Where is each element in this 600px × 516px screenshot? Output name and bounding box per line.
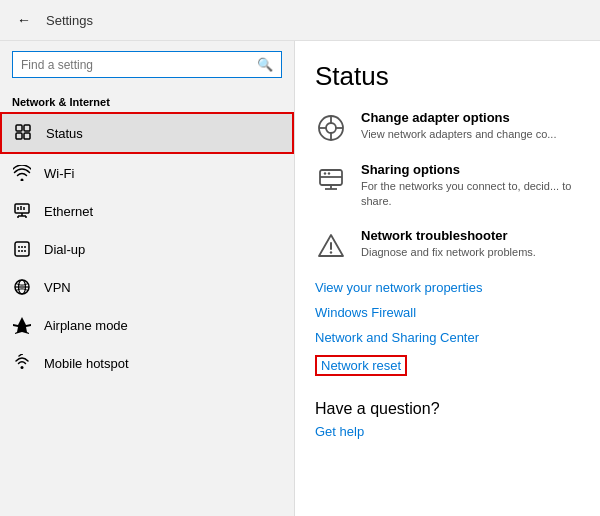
network-reset-link[interactable]: Network reset: [315, 355, 407, 376]
sidebar-item-ethernet[interactable]: Ethernet: [0, 192, 294, 230]
svg-point-18: [24, 250, 26, 252]
sidebar-item-vpn[interactable]: VPN: [0, 268, 294, 306]
svg-point-14: [21, 246, 23, 248]
sidebar-item-hotspot-label: Mobile hotspot: [44, 356, 129, 371]
troubleshooter-icon: [315, 230, 347, 262]
hotspot-icon: [12, 353, 32, 373]
svg-rect-2: [16, 133, 22, 139]
svg-rect-4: [15, 204, 29, 213]
troubleshooter-item: Network troubleshooter Diagnose and fix …: [315, 228, 580, 262]
ethernet-icon: [12, 201, 32, 221]
adapter-text: Change adapter options View network adap…: [361, 110, 556, 142]
search-box[interactable]: 🔍: [12, 51, 282, 78]
adapter-icon: [315, 112, 347, 144]
svg-point-13: [18, 246, 20, 248]
sharing-options-item: Sharing options For the networks you con…: [315, 162, 580, 210]
troubleshooter-text: Network troubleshooter Diagnose and fix …: [361, 228, 536, 260]
status-icon: [14, 123, 34, 143]
sidebar-item-airplane[interactable]: Airplane mode: [0, 306, 294, 344]
svg-point-35: [328, 172, 330, 174]
sidebar-item-airplane-label: Airplane mode: [44, 318, 128, 333]
search-input[interactable]: [21, 58, 251, 72]
sharing-text: Sharing options For the networks you con…: [361, 162, 580, 210]
sharing-title: Sharing options: [361, 162, 580, 177]
windows-firewall-link[interactable]: Windows Firewall: [315, 305, 580, 320]
dialup-icon: [12, 239, 32, 259]
have-question-title: Have a question?: [315, 400, 580, 418]
content-panel: Status Change adapter options View netwo…: [295, 41, 600, 516]
title-bar: ← Settings: [0, 0, 600, 41]
section-label: Network & Internet: [0, 88, 294, 112]
airplane-icon: [12, 315, 32, 335]
back-button[interactable]: ←: [12, 8, 36, 32]
adapter-desc: View network adapters and change co...: [361, 127, 556, 142]
get-help-link[interactable]: Get help: [315, 424, 580, 439]
troubleshooter-desc: Diagnose and fix network problems.: [361, 245, 536, 260]
view-properties-link[interactable]: View your network properties: [315, 280, 580, 295]
svg-rect-1: [24, 125, 30, 131]
sidebar-item-hotspot[interactable]: Mobile hotspot: [0, 344, 294, 382]
svg-rect-0: [16, 125, 22, 131]
sharing-desc: For the networks you connect to, decid..…: [361, 179, 580, 210]
svg-rect-3: [24, 133, 30, 139]
sharing-icon: [315, 164, 347, 196]
sidebar-item-vpn-label: VPN: [44, 280, 71, 295]
sidebar: 🔍 Network & Internet Status: [0, 41, 295, 516]
content-title: Status: [315, 61, 580, 92]
wifi-icon: [12, 163, 32, 183]
sidebar-item-dialup[interactable]: Dial-up: [0, 230, 294, 268]
vpn-icon: [12, 277, 32, 297]
sidebar-item-status[interactable]: Status: [0, 112, 294, 154]
svg-point-38: [330, 251, 332, 253]
sidebar-item-wifi-label: Wi-Fi: [44, 166, 74, 181]
adapter-options-item: Change adapter options View network adap…: [315, 110, 580, 144]
svg-point-17: [21, 250, 23, 252]
sidebar-item-wifi[interactable]: Wi-Fi: [0, 154, 294, 192]
main-layout: 🔍 Network & Internet Status: [0, 41, 600, 516]
adapter-title: Change adapter options: [361, 110, 556, 125]
sidebar-item-dialup-label: Dial-up: [44, 242, 85, 257]
sidebar-item-ethernet-label: Ethernet: [44, 204, 93, 219]
svg-point-16: [18, 250, 20, 252]
svg-point-34: [324, 172, 326, 174]
search-icon: 🔍: [257, 57, 273, 72]
svg-point-25: [326, 123, 336, 133]
sharing-center-link[interactable]: Network and Sharing Center: [315, 330, 580, 345]
sidebar-item-status-label: Status: [46, 126, 83, 141]
troubleshooter-title: Network troubleshooter: [361, 228, 536, 243]
svg-point-15: [24, 246, 26, 248]
window-title: Settings: [46, 13, 93, 28]
svg-rect-12: [15, 242, 29, 256]
